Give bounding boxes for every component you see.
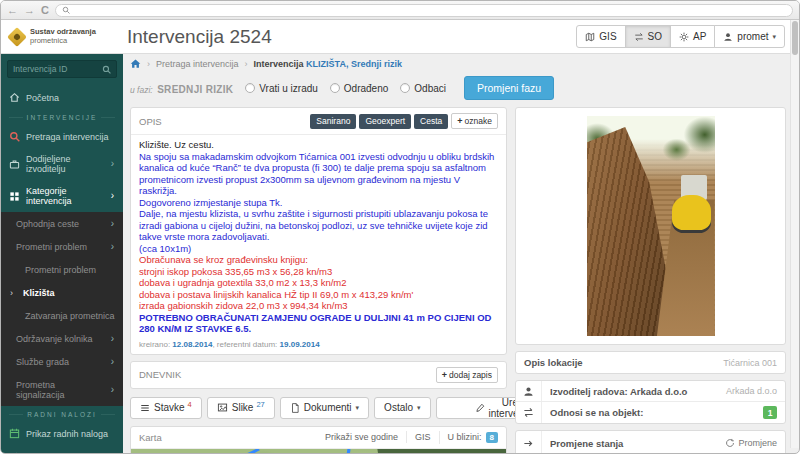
tag-sanirano[interactable]: Sanirano (310, 114, 356, 129)
list-icon (140, 403, 150, 413)
sidebar-item-sluzbe-grada[interactable]: Službe grada › (1, 350, 123, 373)
radio-icon[interactable] (330, 83, 340, 93)
chevron-down-icon: ▾ (356, 404, 360, 412)
file-icon (290, 403, 300, 413)
scrollbar-thumb[interactable] (792, 21, 798, 55)
search-icon (62, 6, 70, 14)
gear-icon (679, 32, 689, 42)
opis-line: strojni iskop pokosa 335,65 m3 x 56,28 k… (139, 266, 498, 278)
karta-gis-link[interactable]: GIS (406, 431, 439, 443)
brand-line2: prometnica (30, 36, 67, 45)
pencil-icon (9, 451, 20, 453)
map-canvas[interactable]: + − 22 6 D 16 (131, 449, 506, 454)
brand-diamond-icon (7, 27, 27, 47)
page-scrollbar[interactable] (790, 20, 799, 448)
opis-lokacije-label: Opis lokacije (524, 357, 583, 368)
home-icon (9, 92, 20, 103)
chevron-right-icon: › (111, 159, 114, 169)
sidebar-submenu: Ophodnja ceste › Prometni problem › Prom… (1, 212, 123, 406)
promjeni-fazu-button[interactable]: Promjeni fazu (464, 76, 554, 100)
browser-window: ← → C Sustav održavanja prometnica Inter… (0, 0, 800, 454)
chevron-right-icon: › (111, 242, 114, 252)
sidebar-item-zatvaranja-prometnica[interactable]: Zatvaranja prometnica (1, 304, 123, 327)
gis-button[interactable]: GIS (576, 25, 625, 48)
sidebar-item-prikaz-radnih-naloga[interactable]: Prikaz radnih naloga (1, 422, 123, 445)
map-icon (585, 32, 595, 42)
slike-button[interactable]: Slike27 (207, 397, 275, 419)
opis-line: Klizište. Uz cestu. (139, 139, 498, 151)
odnosi-count-badge[interactable]: 1 (763, 406, 777, 419)
phase-row: u fazi: SREDNJI RIZIK Vrati u izradu Odr… (130, 76, 786, 100)
sidebar-item-pocetna[interactable]: Početna (1, 86, 123, 109)
header-button-group: GIS SO AP promet ▾ (577, 25, 785, 48)
app-logo[interactable]: Sustav održavanja prometnica (1, 28, 123, 45)
opis-line: (cca 10x1m) (139, 243, 498, 255)
history-icon (725, 438, 735, 448)
created-date: 12.08.2014 (172, 340, 212, 349)
photo-excavator (672, 195, 710, 230)
u-blizini-control[interactable]: U blizini: 8 (439, 431, 506, 444)
sidebar-item-odrzavanje-kolnika[interactable]: Održavanje kolnika › (1, 327, 123, 350)
stavke-button[interactable]: Stavke4 (130, 397, 202, 419)
tag-geoexpert[interactable]: Geoexpert (359, 114, 411, 129)
sidebar-search[interactable] (7, 60, 117, 78)
forward-icon[interactable]: → (24, 5, 35, 16)
chevron-right-icon: › (111, 452, 114, 454)
sidebar-item-pretraga-intervencija[interactable]: Pretraga intervencija (1, 125, 123, 148)
chevron-down-icon: ▾ (772, 33, 776, 41)
opis-title: OPIS (139, 116, 162, 127)
opis-lokacije-value: Tićarnica 001 (723, 358, 777, 368)
opis-line: POTREBNO OBRAČUNATI ZAMJENU OGRADE U DUL… (139, 312, 498, 335)
dnevnik-title: DNEVNIK (139, 369, 181, 380)
sidebar-item-kreiraj-radni-nalog[interactable]: Kreiraj radni nalog › (1, 445, 123, 453)
home-icon[interactable] (130, 58, 141, 69)
sidebar-item-dodijeljene-izvoditelju[interactable]: Dodijeljene izvoditelju › (1, 148, 123, 180)
izvoditelj-panel: Izvoditelj radova: Arkada d.o.o Arkada d… (515, 380, 786, 424)
intervention-id-input[interactable] (13, 64, 98, 74)
url-input[interactable] (74, 6, 786, 15)
sidebar-item-kategorije-intervencija[interactable]: Kategorije intervencija › (1, 180, 123, 212)
radio-odbaci[interactable]: Odbaci (400, 83, 446, 94)
contractor-icon (516, 381, 542, 401)
app-header: Sustav održavanja prometnica Intervencij… (1, 20, 799, 54)
sidebar-item-klizista[interactable]: › Klizišta (1, 281, 123, 304)
opis-line: Dogovoreno izmjestanje stupa Tk. (139, 197, 498, 209)
opis-line: Dalje, na mjestu klizista, u svrhu zašti… (139, 208, 498, 243)
promjene-stanja-panel: Promjene stanja Promjene (515, 430, 786, 453)
chevron-right-icon: › (111, 385, 114, 395)
promjene-label: Promjene stanja (550, 438, 623, 449)
briefcase-icon (9, 159, 20, 170)
sidebar-item-ophodnja-ceste[interactable]: Ophodnja ceste › (1, 212, 123, 235)
radio-icon[interactable] (400, 83, 410, 93)
add-tag-button[interactable]: + oznake (451, 113, 498, 129)
plus-icon: + (457, 116, 462, 126)
sidebar: Početna INTERVENCIJE Pretraga intervenci… (1, 54, 123, 453)
promjene-button[interactable]: Promjene (725, 438, 777, 448)
sidebar-item-prometna-signalizacija[interactable]: Prometna signalizacija › (1, 373, 123, 406)
add-log-entry-button[interactable]: + dodaj zapis (436, 367, 498, 383)
karta-panel: Karta Prikaži sve godine GIS U blizini: … (130, 426, 507, 454)
toolbar: Stavke4 Slike27 Dokumenti ▾ Ostalo ▾ (130, 397, 507, 419)
tag-cesta[interactable]: Cesta (414, 114, 448, 129)
url-bar[interactable] (55, 4, 793, 17)
dokumenti-button[interactable]: Dokumenti ▾ (280, 397, 369, 419)
ostalo-button[interactable]: Ostalo ▾ (374, 397, 430, 419)
photo-panel (515, 107, 786, 345)
radio-icon[interactable] (245, 83, 255, 93)
breadcrumb-item-pretraga[interactable]: Pretraga intervencija (156, 59, 239, 69)
sidebar-item-prometni-problem[interactable]: Prometni problem › (1, 235, 123, 258)
radio-vrati-u-izradu[interactable]: Vrati u izradu (245, 83, 318, 94)
user-menu-button[interactable]: promet ▾ (714, 25, 785, 48)
prikazi-sve-godine-link[interactable]: Prikaži sve godine (317, 431, 406, 443)
search-icon[interactable] (102, 65, 111, 74)
back-icon[interactable]: ← (7, 5, 18, 16)
sidebar-item-prometni-problem-sub[interactable]: Prometni problem (1, 258, 123, 281)
so-button[interactable]: SO (625, 25, 671, 48)
sidebar-section-intervencije: INTERVENCIJE (1, 109, 123, 125)
chevron-right-icon: › (10, 288, 13, 298)
intervention-photo[interactable] (587, 116, 715, 336)
chevron-right-icon: › (111, 357, 114, 367)
radio-odradeno[interactable]: Odrađeno (330, 83, 388, 94)
ap-button[interactable]: AP (670, 25, 715, 48)
reload-icon[interactable]: C (41, 5, 49, 16)
